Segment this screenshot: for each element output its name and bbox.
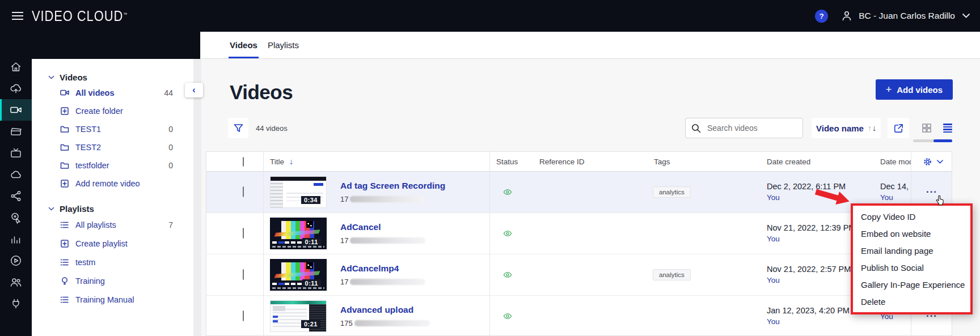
table-row[interactable]: 0:11 AdCancelmp4 17 analytics Nov 21, 20…	[206, 254, 952, 296]
smart-playlist-bulb-icon	[60, 277, 69, 286]
tag-chip: analytics	[653, 186, 691, 198]
item-count: 7	[168, 220, 173, 229]
topbar-right-group: ? BC - Juan Carlos Radillo	[815, 10, 970, 23]
tab-videos[interactable]: Videos	[230, 32, 257, 58]
table-row[interactable]: 0:11 AdCancel 17 Nov 21, 2022, 12:39 PM …	[206, 213, 952, 254]
column-title[interactable]: Title	[270, 158, 284, 166]
filter-button[interactable]	[228, 118, 248, 138]
menu-item-publish-to-social[interactable]: Publish to Social	[853, 259, 970, 276]
sidebar-item-all-videos[interactable]: All videos 44	[32, 84, 193, 102]
share-export-button[interactable]	[888, 118, 909, 138]
sort-descending-arrow-icon: ↓	[872, 124, 876, 133]
clapperboard-icon[interactable]	[0, 121, 32, 142]
sidebar-item-create-playlist[interactable]: Create playlist	[32, 234, 193, 253]
home-icon[interactable]	[0, 56, 32, 78]
plus-square-icon	[60, 107, 69, 116]
status-active-eye-icon	[503, 271, 512, 278]
row-checkbox[interactable]	[243, 228, 244, 239]
help-button[interactable]: ?	[815, 10, 828, 23]
hamburger-menu-icon[interactable]	[12, 11, 23, 20]
row-checkbox[interactable]	[243, 269, 244, 280]
search-box	[685, 118, 803, 138]
funnel-icon	[233, 123, 244, 134]
row-actions-context-menu: Copy Video ID Embed on website Email lan…	[851, 203, 973, 314]
sort-button[interactable]: Video name ↑ ↓	[812, 118, 881, 138]
row-checkbox[interactable]	[243, 311, 244, 321]
sidebar-item-test1[interactable]: TEST1 0	[32, 120, 193, 138]
video-id: 175	[340, 319, 430, 328]
video-thumbnail[interactable]: 0:21	[270, 300, 327, 332]
select-all-checkbox[interactable]	[243, 157, 244, 167]
sidebar-section-videos[interactable]: Videos	[32, 70, 193, 84]
item-count: 0	[168, 161, 173, 170]
mouse-cursor-hand-icon	[936, 195, 944, 205]
video-title-link[interactable]: AdCancelmp4	[340, 263, 425, 274]
search-input[interactable]	[706, 123, 797, 133]
item-count: 0	[168, 143, 173, 152]
tab-bar: Videos Playlists	[201, 32, 980, 59]
duration-badge: 0:34	[301, 196, 320, 204]
created-by-link[interactable]: You	[767, 317, 876, 327]
menu-item-email-landing-page[interactable]: Email landing page	[853, 242, 970, 259]
playlists-group: All playlists 7 Create playlist testm Tr…	[32, 215, 193, 309]
column-date-created: Date created	[759, 158, 876, 166]
tab-playlists[interactable]: Playlists	[268, 32, 299, 58]
user-menu-chevron-down-icon[interactable]	[962, 14, 970, 18]
menu-item-gallery-in-page-experience[interactable]: Gallery In-Page Experience	[853, 276, 970, 293]
duration-badge: 0:11	[302, 279, 321, 287]
cloud-upload-icon[interactable]	[0, 78, 32, 99]
date-modified-cell: Dec 14, You	[876, 181, 911, 203]
interactive-touch-icon[interactable]	[0, 207, 32, 228]
video-thumbnail[interactable]: 0:11	[270, 218, 327, 249]
duration-badge: 0:11	[302, 238, 321, 246]
table-horizontal-scrollbar[interactable]	[913, 139, 952, 142]
folder-icon	[60, 125, 69, 134]
redacted-id-blur	[350, 237, 425, 244]
add-videos-button[interactable]: + Add videos	[876, 79, 953, 100]
user-name[interactable]: BC - Juan Carlos Radillo	[859, 11, 955, 21]
duration-badge: 0:21	[301, 320, 320, 328]
video-title-link[interactable]: AdCancel	[340, 222, 425, 232]
sidebar-item-create-folder[interactable]: Create folder	[32, 102, 193, 120]
scrollbar-thumb[interactable]	[933, 139, 952, 142]
row-actions-menu-button[interactable]: ...	[926, 187, 937, 193]
sidebar-section-playlists[interactable]: Playlists	[32, 202, 193, 215]
cloud-icon[interactable]	[0, 164, 32, 185]
menu-item-embed-on-website[interactable]: Embed on website	[853, 225, 970, 242]
video-thumbnail[interactable]: 0:11	[270, 259, 327, 291]
status-active-eye-icon	[503, 189, 512, 195]
share-nodes-icon[interactable]	[0, 185, 32, 207]
modified-by-link[interactable]: You	[880, 193, 911, 203]
tv-monitor-icon[interactable]	[0, 142, 32, 164]
sidebar-item-training-manual[interactable]: Training Manual	[32, 290, 193, 309]
list-icon	[60, 220, 69, 229]
column-date-modified: Date modified	[876, 158, 911, 166]
column-settings[interactable]	[911, 158, 952, 166]
sidebar-item-training[interactable]: Training	[32, 271, 193, 290]
users-icon[interactable]	[0, 271, 32, 293]
sidebar-collapse-button[interactable]: ‹	[185, 83, 203, 97]
sidebar-item-all-playlists[interactable]: All playlists 7	[32, 215, 193, 234]
plug-icon[interactable]	[0, 293, 32, 314]
menu-item-delete[interactable]: Delete	[853, 293, 970, 310]
play-circle-icon[interactable]	[0, 250, 32, 271]
search-icon	[691, 124, 701, 133]
menu-item-copy-video-id[interactable]: Copy Video ID	[853, 208, 970, 225]
sidebar-item-add-remote-video[interactable]: Add remote video	[32, 175, 193, 193]
item-count: 0	[168, 125, 173, 134]
list-view-toggle[interactable]	[943, 124, 952, 133]
plus-square-icon	[60, 179, 69, 188]
video-camera-icon[interactable]	[0, 99, 32, 121]
video-title-link[interactable]: Advanced upload	[340, 305, 430, 315]
sidebar-item-testfolder[interactable]: testfolder 0	[32, 156, 193, 175]
video-thumbnail[interactable]: 0:34	[270, 176, 327, 208]
sidebar-item-test2[interactable]: TEST2 0	[32, 138, 193, 156]
grid-view-toggle[interactable]	[922, 124, 931, 133]
bar-chart-icon[interactable]	[0, 228, 32, 250]
sidebar-item-testm[interactable]: testm	[32, 253, 193, 271]
row-checkbox[interactable]	[243, 186, 244, 197]
video-id: 17	[340, 195, 445, 203]
list-icon	[60, 295, 69, 304]
table-row[interactable]: 0:21 Advanced upload 175 Jan 12, 2023, 4…	[206, 296, 952, 336]
video-title-link[interactable]: Ad tag Screen Recording	[340, 181, 445, 191]
